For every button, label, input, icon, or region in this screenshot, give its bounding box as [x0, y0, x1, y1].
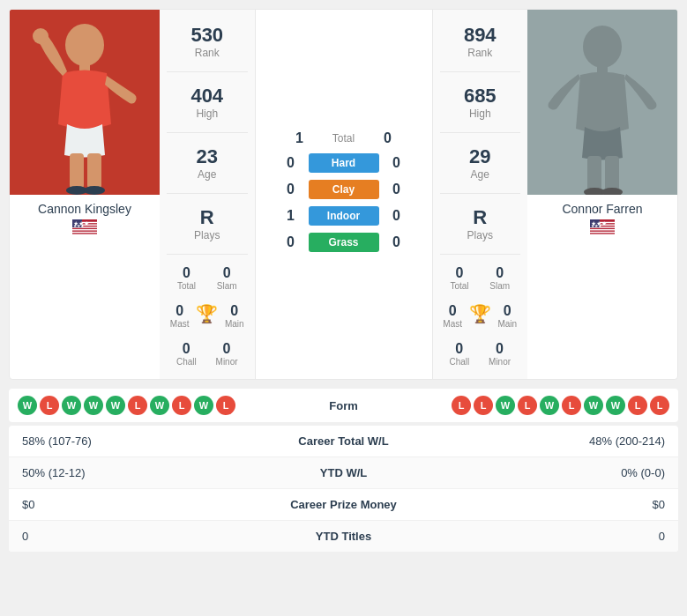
- surface-right-grass: 0: [388, 234, 406, 250]
- right-rank-stat: 894 Rank: [440, 19, 521, 64]
- surface-badge-grass: Grass: [309, 233, 379, 252]
- right-rank-value: 894: [440, 24, 521, 47]
- right-slam-value: 0: [496, 265, 504, 281]
- surface-right-clay: 0: [388, 182, 406, 197]
- left-main-value: 0: [230, 303, 238, 319]
- left-mast-main-row: 0 Mast 🏆 0 Main: [167, 300, 248, 332]
- left-plays-stat: R Plays: [167, 201, 248, 247]
- right-main-label: Main: [497, 319, 517, 329]
- right-chall-label: Chall: [449, 357, 469, 367]
- right-form-badge-7: W: [606, 396, 625, 415]
- left-slam-stat: 0 Slam: [217, 265, 237, 291]
- right-plays-label: Plays: [440, 229, 521, 241]
- left-player-name: Cannon Kingsley: [10, 195, 160, 219]
- right-chall-minor-row: 0 Chall 0 Minor: [440, 338, 521, 370]
- svg-rect-21: [587, 156, 601, 191]
- surface-left-indoor: 1: [282, 208, 300, 224]
- right-minor-stat: 0 Minor: [489, 341, 511, 367]
- stats-left-1: 50% (12-12): [22, 466, 265, 479]
- right-form: LLWLWLWWLL: [392, 396, 670, 415]
- left-slam-label: Slam: [217, 281, 237, 291]
- left-form-badge-3: W: [84, 396, 103, 415]
- surface-row-indoor: 1 Indoor 0: [265, 206, 423, 226]
- svg-text:★★★: ★★★: [591, 223, 602, 228]
- right-age-stat: 29 Age: [440, 140, 521, 186]
- svg-text:★★★: ★★★: [73, 223, 85, 228]
- svg-point-1: [65, 24, 104, 66]
- right-mast-main-row: 0 Mast 🏆 0 Main: [440, 300, 521, 332]
- stats-row-2: $0 Career Prize Money $0: [9, 489, 678, 521]
- right-minor-value: 0: [496, 341, 504, 357]
- svg-rect-12: [72, 229, 97, 230]
- right-age-label: Age: [440, 168, 521, 181]
- right-trophy-icon-cell: 🏆: [469, 303, 491, 329]
- left-mast-label: Mast: [170, 319, 190, 329]
- left-slam-value: 0: [223, 265, 231, 281]
- left-mast-value: 0: [175, 303, 183, 319]
- right-flag-icon: ★★★ ★★★: [590, 219, 615, 235]
- right-player-section: Connor Farren ★★★ ★★★: [527, 10, 677, 379]
- left-total-value: 0: [183, 265, 190, 281]
- surface-right-indoor: 0: [388, 208, 406, 224]
- surface-badge-clay: Clay: [309, 180, 379, 199]
- left-high-value: 404: [167, 85, 248, 108]
- right-form-badge-1: L: [474, 396, 493, 415]
- stats-label-1: YTD W/L: [265, 466, 423, 479]
- surface-row-hard: 0 Hard 0: [265, 153, 423, 173]
- stats-row-3: 0 YTD Titles 0: [9, 521, 678, 552]
- left-form: WLWWWLWLWL: [18, 396, 295, 415]
- left-form-badge-9: L: [216, 396, 235, 415]
- right-main-stat: 0 Main: [497, 303, 517, 329]
- right-player-figure: [527, 10, 677, 195]
- right-total-value: 0: [456, 265, 464, 281]
- svg-point-6: [84, 186, 105, 195]
- form-section: WLWWWLWLWL Form LLWLWLWWLL: [9, 389, 678, 422]
- right-slam-stat: 0 Slam: [489, 265, 510, 291]
- left-trophy-icon-cell: 🏆: [196, 303, 218, 329]
- svg-rect-29: [590, 229, 615, 230]
- right-form-badge-9: L: [650, 396, 669, 415]
- center-surface-card: 1 Total 0 0 Hard 0 0 Clay 0 1 Indoor 0 0…: [256, 10, 432, 379]
- stats-label-0: Career Total W/L: [265, 434, 423, 448]
- svg-rect-4: [87, 153, 101, 189]
- left-player-photo: [10, 10, 160, 195]
- left-mast-stat: 0 Mast: [170, 303, 190, 329]
- total-left-score: 1: [291, 130, 309, 146]
- svg-rect-30: [590, 232, 615, 233]
- left-player-section: Cannon Kingsley ★★★ ★★★: [10, 10, 160, 379]
- left-total-label: Total: [177, 281, 196, 291]
- right-mast-label: Mast: [443, 319, 462, 329]
- left-form-badge-4: W: [106, 396, 125, 415]
- left-form-badge-2: W: [62, 396, 81, 415]
- stats-right-1: 0% (0-0): [423, 466, 666, 479]
- left-form-badge-5: L: [128, 396, 147, 415]
- right-form-badge-5: L: [562, 396, 581, 415]
- stats-left-3: 0: [22, 530, 265, 543]
- right-form-badge-4: W: [540, 396, 559, 415]
- left-flag-row: ★★★ ★★★: [10, 219, 160, 241]
- left-rank-value: 530: [167, 24, 248, 47]
- svg-rect-14: [72, 234, 97, 235]
- svg-rect-3: [70, 153, 84, 189]
- stats-label-2: Career Prize Money: [265, 498, 423, 511]
- surface-row-grass: 0 Grass 0: [265, 233, 423, 252]
- surface-row-clay: 0 Clay 0: [265, 180, 423, 199]
- left-chall-value: 0: [183, 341, 190, 357]
- left-total-stat: 0 Total: [177, 265, 196, 291]
- right-main-value: 0: [504, 303, 512, 319]
- left-age-label: Age: [167, 168, 248, 181]
- right-high-stat: 685 High: [440, 79, 521, 125]
- right-stats-card: 894 Rank 685 High 29 Age R Plays 0: [432, 10, 528, 379]
- right-form-badge-2: W: [496, 396, 515, 415]
- right-mast-stat: 0 Mast: [443, 303, 462, 329]
- right-form-badge-8: L: [628, 396, 647, 415]
- right-total-stat: 0 Total: [450, 265, 468, 291]
- total-right-score: 0: [379, 130, 397, 146]
- stats-right-2: $0: [423, 498, 666, 511]
- left-player-figure: [10, 10, 160, 195]
- right-high-label: High: [440, 108, 521, 120]
- left-rank-label: Rank: [167, 47, 248, 59]
- stats-left-2: $0: [22, 498, 265, 511]
- form-label: Form: [300, 399, 388, 412]
- left-total-slam-row: 0 Total 0 Slam: [167, 262, 248, 294]
